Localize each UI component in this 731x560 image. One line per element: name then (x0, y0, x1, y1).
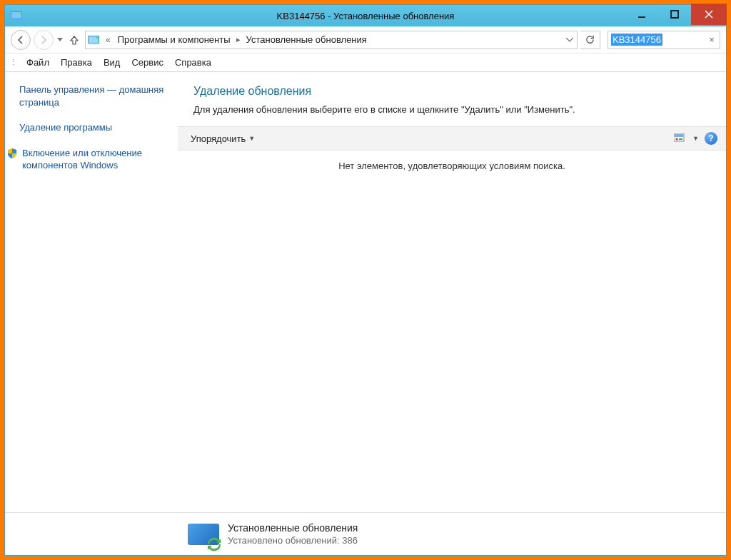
menu-file[interactable]: Файл (21, 55, 55, 70)
page-heading: Удаление обновления (178, 72, 726, 103)
app-icon (9, 9, 25, 22)
close-button[interactable] (691, 4, 727, 25)
instruction-text: Для удаления обновления выберите его в с… (178, 103, 726, 126)
svg-point-10 (676, 138, 678, 141)
window-controls (625, 5, 726, 26)
view-caret-icon[interactable]: ▼ (692, 135, 699, 142)
svg-point-2 (19, 12, 21, 15)
history-dropdown[interactable] (56, 38, 64, 42)
menu-tools[interactable]: Сервис (126, 55, 169, 70)
svg-rect-11 (679, 138, 682, 140)
location-icon (86, 35, 103, 45)
menu-edit[interactable]: Правка (55, 55, 98, 70)
svg-point-7 (96, 36, 99, 39)
empty-results-text: Нет элементов, удовлетворяющих условиям … (178, 151, 726, 181)
status-bar: Установленные обновления Установлено обн… (5, 512, 726, 555)
shield-icon (6, 148, 18, 159)
breadcrumb-programs[interactable]: Программы и компоненты (114, 34, 235, 45)
status-title: Установленные обновления (228, 522, 358, 534)
navigation-bar: « Программы и компоненты ▸ Установленные… (5, 26, 726, 54)
menu-help[interactable]: Справка (169, 55, 217, 70)
menu-grip-icon: ⋮ (9, 58, 21, 67)
sidebar-windows-features[interactable]: Включение или отключение компонентов Win… (6, 147, 169, 172)
clear-search-icon[interactable]: × (704, 34, 720, 45)
organize-button[interactable]: Упорядочить ▼ (185, 131, 261, 147)
search-input[interactable]: KB3144756 × (608, 31, 720, 49)
sidebar-item-label: Включение или отключение компонентов Win… (22, 147, 169, 172)
minimize-button[interactable] (625, 5, 658, 24)
forward-button[interactable] (34, 30, 54, 50)
sidebar-control-panel-home[interactable]: Панель управления — домашняя страница (19, 83, 169, 108)
address-bar[interactable]: « Программы и компоненты ▸ Установленные… (85, 31, 578, 49)
help-icon: ? (705, 132, 717, 145)
svg-rect-4 (671, 11, 678, 18)
menu-bar: ⋮ Файл Правка Вид Сервис Справка (5, 54, 726, 72)
toolbar: Упорядочить ▼ ▼ ? (178, 126, 726, 151)
view-options-button[interactable] (672, 131, 688, 146)
help-button[interactable]: ? (703, 131, 719, 146)
organize-label: Упорядочить (191, 133, 246, 144)
breadcrumb-sep-icon: ▸ (235, 35, 242, 44)
svg-rect-9 (675, 134, 683, 137)
status-text: Установленные обновления Установлено обн… (228, 522, 358, 546)
updates-icon (186, 520, 221, 549)
address-dropdown[interactable] (561, 31, 577, 49)
body: Панель управления — домашняя страница Уд… (5, 72, 726, 512)
titlebar[interactable]: KB3144756 - Установленные обновления (5, 5, 726, 26)
caret-down-icon: ▼ (248, 135, 255, 142)
breadcrumb-updates[interactable]: Установленные обновления (242, 34, 371, 45)
up-button[interactable] (66, 32, 82, 48)
sidebar: Панель управления — домашняя страница Уд… (5, 72, 178, 512)
back-button[interactable] (11, 30, 31, 50)
chevrons-icon: « (103, 35, 114, 45)
maximize-button[interactable] (658, 5, 691, 24)
window: KB3144756 - Установленные обновления (4, 4, 727, 556)
status-subtitle: Установлено обновлений: 386 (228, 535, 358, 546)
window-title: KB3144756 - Установленные обновления (5, 11, 726, 21)
menu-view[interactable]: Вид (98, 55, 126, 70)
search-query: KB3144756 (611, 34, 662, 46)
svg-rect-3 (638, 16, 645, 18)
sidebar-uninstall-program[interactable]: Удаление программы (19, 121, 169, 134)
main-content: Удаление обновления Для удаления обновле… (178, 72, 726, 512)
refresh-button[interactable] (580, 31, 600, 49)
